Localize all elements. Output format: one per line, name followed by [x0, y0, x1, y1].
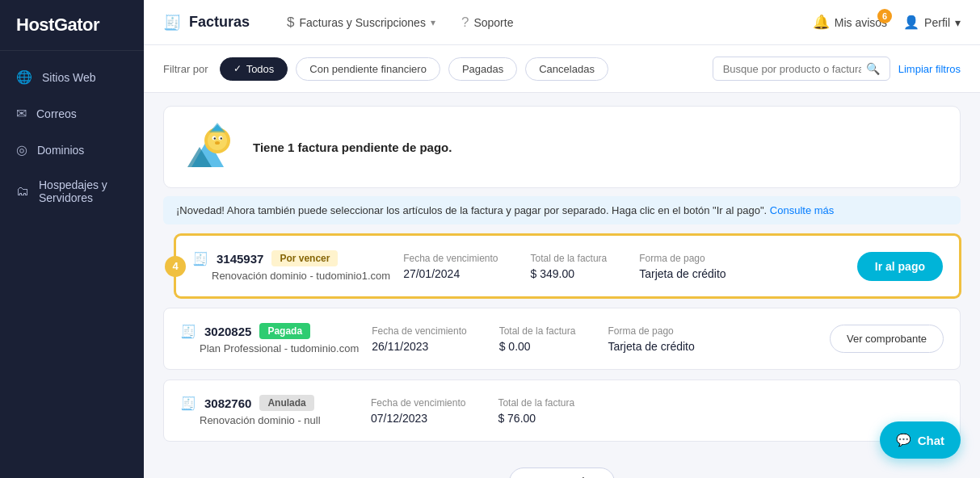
consulte-mas-link[interactable]: Consulte más: [770, 204, 834, 216]
invoice-meta: Fecha de vencimiento 27/01/2024 Total de…: [403, 253, 844, 280]
novedad-bar: ¡Novedad! Ahora también puede selecciona…: [163, 196, 961, 224]
due-date-value: 26/11/2023: [372, 340, 466, 353]
payment-group: Forma de pago Tarjeta de crédito: [639, 253, 726, 280]
sidebar-item-label: Dominios: [37, 144, 84, 157]
dollar-icon: $: [287, 15, 294, 31]
nav-item-label: Facturas y Suscripciones: [300, 16, 426, 29]
filter-canceladas[interactable]: Canceladas: [525, 57, 608, 81]
nav-item-label: Soporte: [473, 16, 513, 29]
nav-facturas-suscripciones[interactable]: $ Facturas y Suscripciones ▾: [275, 8, 447, 37]
sidebar: HostGator 🌐 Sitios Web ✉ Correos ◎ Domin…: [0, 0, 144, 478]
mascot: [183, 123, 240, 171]
total-group: Total de la factura $ 76.00: [498, 397, 574, 425]
sidebar-item-hospedajes[interactable]: 🗂 Hospedajes y Servidores: [0, 168, 144, 215]
chat-button[interactable]: 💬 Chat: [880, 421, 961, 459]
invoice-number: 3082760: [204, 396, 251, 410]
invoice-doc-icon: 🧾: [180, 324, 196, 339]
total-value: $ 76.00: [498, 412, 574, 425]
invoice-number: 3020825: [204, 325, 251, 338]
topbar-nav: $ Facturas y Suscripciones ▾ ? Soporte: [275, 8, 813, 37]
search-input[interactable]: [723, 63, 861, 75]
total-group: Total de la factura $ 349.00: [531, 253, 608, 280]
invoice-description: Plan Professional - tudominio.com: [200, 342, 359, 354]
topbar: 🧾 Facturas $ Facturas y Suscripciones ▾ …: [144, 0, 980, 45]
invoice-meta: Fecha de vencimiento 07/12/2023 Total de…: [371, 397, 944, 425]
invoice-action: Ir al pago: [857, 252, 943, 281]
invoice-meta: Fecha de vencimiento 26/11/2023 Total de…: [372, 325, 817, 353]
mis-avisos-button[interactable]: 🔔 6 Mis avisos: [813, 14, 887, 31]
nav-soporte[interactable]: ? Soporte: [450, 8, 525, 37]
perfil-label: Perfil: [924, 16, 950, 29]
question-icon: ?: [461, 15, 469, 31]
status-badge: Por vencer: [271, 250, 338, 266]
status-badge: Anulada: [259, 395, 313, 411]
due-date-group: Fecha de vencimiento 27/01/2024: [403, 253, 498, 280]
chevron-down-icon: ▾: [955, 16, 961, 29]
search-icon: 🔍: [866, 62, 880, 75]
sidebar-item-dominios[interactable]: ◎ Dominios: [0, 132, 144, 168]
filter-bar: Filtrar por Todos Con pendiente financie…: [144, 45, 980, 93]
clear-filters-link[interactable]: Limpiar filtros: [898, 63, 961, 75]
filter-label: Filtrar por: [163, 63, 208, 75]
invoice-doc-icon: 🧾: [192, 251, 208, 266]
invoice-page-icon: 🧾: [163, 14, 181, 31]
invoice-number-section: 🧾 3145937 Por vencer Renovación dominio …: [192, 250, 390, 282]
sidebar-item-label: Correos: [36, 107, 77, 120]
sidebar-item-correos[interactable]: ✉ Correos: [0, 95, 144, 132]
invoice-description: Renovación dominio - tudominio1.com: [212, 270, 390, 282]
total-label: Total de la factura: [531, 253, 608, 264]
filter-pendiente[interactable]: Con pendiente financiero: [296, 57, 440, 81]
sidebar-item-label: Hospedajes y Servidores: [39, 178, 128, 204]
invoice-number-section: 🧾 3020825 Pagada Plan Professional - tud…: [180, 323, 359, 354]
bell-icon: 🔔: [813, 14, 830, 31]
banner-text: Tiene 1 factura pendiente de pago.: [253, 140, 452, 154]
due-date-value: 07/12/2023: [371, 412, 465, 425]
globe-icon: 🌐: [16, 69, 32, 85]
payment-label: Forma de pago: [608, 325, 694, 337]
svg-point-3: [208, 131, 227, 150]
payment-label: Forma de pago: [639, 253, 726, 264]
filter-pagadas[interactable]: Pagadas: [448, 57, 517, 81]
invoice-number-section: 🧾 3082760 Anulada Renovación dominio - n…: [180, 395, 358, 426]
sidebar-nav: 🌐 Sitios Web ✉ Correos ◎ Dominios 🗂 Hosp…: [0, 51, 144, 478]
due-date-group: Fecha de vencimiento 07/12/2023: [371, 397, 465, 425]
cargar-mas-button[interactable]: Cargar más: [509, 468, 615, 478]
sidebar-item-sitios-web[interactable]: 🌐 Sitios Web: [0, 59, 144, 95]
mail-icon: ✉: [16, 106, 27, 121]
pending-banner: Tiene 1 factura pendiente de pago.: [163, 106, 961, 188]
hosting-icon: 🗂: [16, 184, 29, 199]
search-container: 🔍: [713, 57, 890, 81]
svg-point-7: [221, 137, 222, 139]
payment-value: Tarjeta de crédito: [608, 340, 694, 353]
payment-group: Forma de pago Tarjeta de crédito: [608, 325, 694, 353]
svg-point-8: [215, 141, 220, 145]
due-date-group: Fecha de vencimiento 26/11/2023: [372, 325, 466, 353]
ver-comprobante-button[interactable]: Ver comprobante: [830, 325, 944, 353]
due-date-label: Fecha de vencimiento: [371, 397, 465, 409]
invoice-card-1: 4 🧾 3145937 Por vencer Renovación domini…: [175, 234, 961, 298]
perfil-button[interactable]: 👤 Perfil ▾: [903, 15, 961, 30]
highlight-badge: 4: [165, 256, 186, 277]
novedad-text: ¡Novedad! Ahora también puede selecciona…: [176, 204, 767, 216]
invoice-number-row: 🧾 3020825 Pagada: [180, 323, 359, 339]
invoice-card-2: 🧾 3020825 Pagada Plan Professional - tud…: [163, 308, 961, 370]
invoice-number-row: 🧾 3082760 Anulada: [180, 395, 358, 411]
svg-point-6: [214, 137, 216, 139]
status-badge: Pagada: [259, 323, 310, 339]
invoice-doc-icon: 🧾: [180, 396, 196, 411]
ir-al-pago-button[interactable]: Ir al pago: [857, 252, 943, 281]
topbar-title-section: 🧾 Facturas: [163, 14, 250, 31]
chat-icon: 💬: [896, 433, 911, 447]
avisos-badge: 6: [877, 9, 892, 23]
banner-strong: Tiene 1 factura pendiente de pago.: [253, 140, 452, 154]
total-label: Total de la factura: [498, 397, 574, 409]
chat-label: Chat: [918, 434, 944, 447]
app-logo: HostGator: [0, 0, 144, 51]
page-title: Facturas: [189, 14, 250, 31]
invoice-action: Ver comprobante: [830, 325, 944, 353]
due-date-label: Fecha de vencimiento: [372, 325, 466, 337]
load-more-section: Cargar más: [144, 455, 980, 478]
filter-todos[interactable]: Todos: [220, 57, 288, 81]
main-content: 🧾 Facturas $ Facturas y Suscripciones ▾ …: [144, 0, 980, 478]
total-value: $ 349.00: [531, 267, 608, 280]
